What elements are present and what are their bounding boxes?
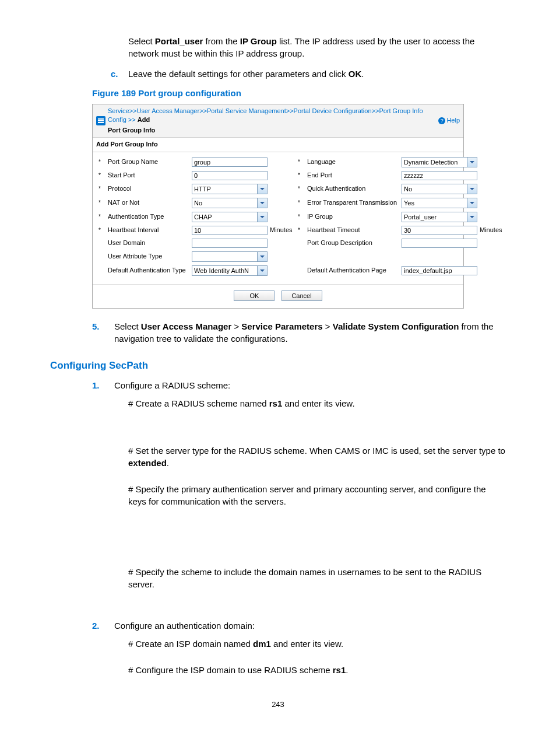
select-protocol[interactable]: HTTP: [192, 184, 268, 194]
label-user-attr-type: User Attribute Type: [108, 252, 189, 261]
heading-configuring-secpath: Configuring SecPath: [50, 359, 506, 373]
select-quick-auth[interactable]: No: [402, 184, 477, 194]
input-port-group-name[interactable]: [192, 158, 268, 167]
list-marker-c: c.: [111, 68, 128, 80]
label-heartbeat-timeout: Heartbeat Timeout: [307, 226, 399, 235]
label-port-group-desc: Port Group Description: [307, 239, 399, 247]
input-end-port[interactable]: [402, 171, 477, 180]
unit-minutes: Minutes: [270, 226, 295, 235]
chevron-down-icon: [467, 198, 477, 208]
input-port-group-desc[interactable]: [402, 239, 477, 248]
input-start-port[interactable]: [192, 171, 268, 180]
input-heartbeat-timeout[interactable]: [402, 226, 477, 235]
input-user-domain[interactable]: [192, 239, 268, 248]
chevron-down-icon: [257, 212, 267, 222]
select-error-transparent[interactable]: Yes: [402, 198, 477, 208]
breadcrumb-link[interactable]: User Access Manager: [137, 107, 200, 114]
label-quick-auth: Quick Authentication: [307, 184, 399, 193]
form-grid: * Port Group Name * Language Dynamic Det…: [93, 152, 463, 284]
label-end-port: End Port: [307, 171, 399, 180]
window-icon: [96, 116, 105, 125]
input-heartbeat-interval[interactable]: [192, 226, 268, 235]
label-start-port: Start Port: [108, 171, 189, 180]
window-title: Port Group Info: [108, 126, 438, 135]
breadcrumb: Service>>User Access Manager>>Portal Ser…: [108, 107, 438, 125]
label-heartbeat-interval: Heartbeat Interval: [108, 226, 189, 235]
label-auth-type: Authentication Type: [108, 212, 189, 221]
form-section-header: Add Port Group Info: [93, 138, 463, 152]
help-link[interactable]: ?Help: [438, 116, 460, 125]
hash-paragraph: # Configure the ISP domain to use RADIUS…: [128, 664, 506, 676]
label-default-auth-page: Default Authentication Page: [307, 266, 399, 275]
breadcrumb-link[interactable]: Portal Device Configuration: [294, 107, 372, 114]
breadcrumb-link[interactable]: Service: [108, 107, 129, 114]
cancel-button[interactable]: Cancel: [281, 290, 322, 301]
chevron-down-icon: [257, 184, 267, 194]
hash-paragraph: # Create an ISP domain named dm1 and ent…: [128, 638, 506, 650]
label-error-transparent: Error Transparent Transmission: [307, 198, 399, 207]
label-default-auth-type: Default Authentication Type: [108, 266, 189, 275]
page-content: Select Portal_user from the IP Group lis…: [0, 0, 556, 734]
ok-button[interactable]: OK: [234, 290, 275, 301]
chevron-down-icon: [257, 266, 267, 275]
unit-minutes: Minutes: [480, 226, 505, 235]
hash-paragraph: # Create a RADIUS scheme named rs1 and e…: [128, 397, 506, 410]
label-language: Language: [307, 158, 399, 166]
list-item-c: c. Leave the default settings for other …: [111, 68, 506, 80]
select-default-auth-type[interactable]: Web Identity AuthN: [192, 265, 268, 276]
breadcrumb-bar: Service>>User Access Manager>>Portal Ser…: [93, 104, 463, 138]
label-ip-group: IP Group: [307, 212, 399, 221]
select-nat-or-not[interactable]: No: [192, 198, 268, 208]
label-protocol: Protocol: [108, 184, 189, 193]
list-item-5: 5. Select User Access Manager > Service …: [92, 320, 506, 345]
select-language[interactable]: Dynamic Detection: [402, 157, 477, 167]
chevron-down-icon: [467, 184, 477, 194]
breadcrumb-current: Add: [138, 116, 150, 123]
chevron-down-icon: [467, 212, 477, 222]
list-marker-2: 2.: [92, 620, 114, 632]
page-number: 243: [50, 699, 506, 710]
intro-paragraph: Select Portal_user from the IP Group lis…: [128, 35, 506, 60]
chevron-down-icon: [467, 158, 477, 167]
list-item-2: 2. Configure an authentication domain:: [92, 620, 506, 632]
label-nat-or-not: NAT or Not: [108, 198, 189, 207]
label-user-domain: User Domain: [108, 239, 189, 247]
list-item-1: 1. Configure a RADIUS scheme:: [92, 379, 506, 391]
chevron-down-icon: [257, 198, 267, 208]
hash-paragraph: # Specify the primary authentication ser…: [128, 483, 506, 508]
chevron-down-icon: [257, 252, 267, 261]
figure-caption: Figure 189 Port group configuration: [92, 87, 506, 99]
help-icon: ?: [438, 117, 445, 124]
hash-paragraph: # Set the server type for the RADIUS sch…: [128, 444, 506, 469]
hash-paragraph: # Specify the scheme to include the doma…: [128, 566, 506, 590]
screenshot-window: Service>>User Access Manager>>Portal Ser…: [92, 104, 464, 309]
list-marker-5: 5.: [92, 320, 114, 345]
button-row: OK Cancel: [93, 284, 463, 308]
select-user-attr-type[interactable]: [192, 251, 268, 262]
select-auth-type[interactable]: CHAP: [192, 212, 268, 222]
input-default-auth-page[interactable]: [402, 266, 477, 275]
list-marker-1: 1.: [92, 379, 114, 391]
select-ip-group[interactable]: Portal_user: [402, 212, 477, 222]
breadcrumb-link[interactable]: Portal Service Management: [207, 107, 286, 114]
label-port-group-name: Port Group Name: [108, 158, 189, 166]
